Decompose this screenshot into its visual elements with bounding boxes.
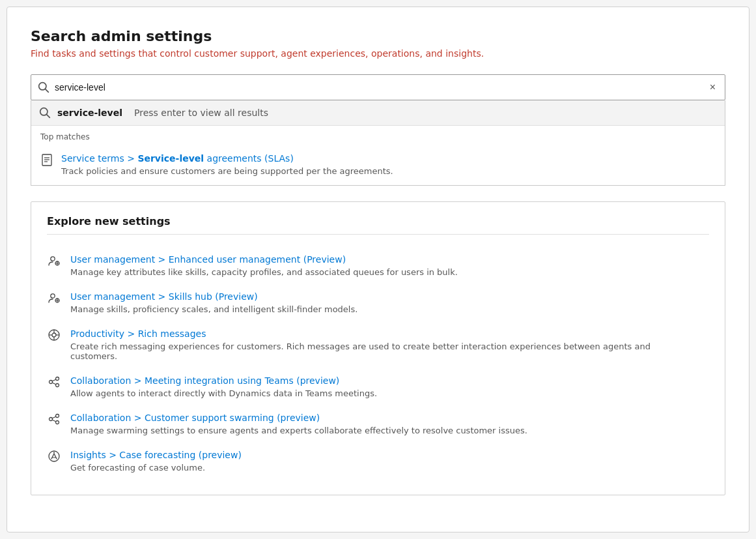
explore-item-desc-4: Manage swarming settings to ensure agent… bbox=[70, 426, 527, 435]
match-content: Service terms > Service-level agreements… bbox=[61, 152, 393, 176]
collaboration-icon-1 bbox=[47, 413, 61, 428]
svg-line-25 bbox=[52, 379, 55, 381]
suggestion-bold: service-level bbox=[57, 108, 122, 118]
explore-item-desc-2: Create rich messaging experiences for cu… bbox=[70, 342, 656, 361]
svg-point-29 bbox=[56, 421, 59, 424]
explore-item-3: Collaboration > Meeting integration usin… bbox=[47, 368, 709, 405]
collaboration-icon-0 bbox=[47, 375, 61, 391]
search-input[interactable] bbox=[55, 82, 707, 93]
match-description: Track policies and ensure customers are … bbox=[61, 166, 393, 176]
search-suggestion-row[interactable]: service-level Press enter to view all re… bbox=[31, 100, 725, 126]
explore-item-desc-1: Manage skills, proficiency scales, and i… bbox=[70, 304, 357, 314]
explore-item-content-4: Collaboration > Customer support swarmin… bbox=[70, 411, 527, 435]
insights-icon bbox=[47, 450, 61, 465]
svg-line-26 bbox=[52, 383, 55, 385]
search-wrapper: × service-level Press enter to view all … bbox=[31, 74, 725, 186]
explore-section: Explore new settings User management > E… bbox=[31, 201, 725, 495]
svg-line-31 bbox=[52, 420, 55, 422]
explore-item-desc-3: Allow agents to interact directly with D… bbox=[70, 388, 377, 398]
page-title: Search admin settings bbox=[31, 28, 725, 44]
top-matches-label: Top matches bbox=[31, 126, 725, 145]
explore-item-link-5[interactable]: Insights > Case forecasting (preview) bbox=[70, 450, 242, 460]
explore-item-4: Collaboration > Customer support swarmin… bbox=[47, 405, 709, 442]
explore-item-0: User management > Enhanced user manageme… bbox=[47, 246, 709, 284]
svg-point-24 bbox=[56, 384, 59, 387]
explore-item-link-2[interactable]: Productivity > Rich messages bbox=[70, 328, 206, 339]
explore-item-content-1: User management > Skills hub (Preview) M… bbox=[70, 290, 357, 314]
explore-item-link-3[interactable]: Collaboration > Meeting integration usin… bbox=[70, 375, 339, 386]
explore-item-link-0[interactable]: User management > Enhanced user manageme… bbox=[70, 254, 346, 265]
match-breadcrumb: Service terms > bbox=[61, 153, 137, 164]
clear-button[interactable]: × bbox=[707, 80, 718, 95]
explore-item-desc-5: Get forecasting of case volume. bbox=[70, 463, 242, 473]
search-icon bbox=[38, 81, 49, 94]
match-suffix: agreements (SLAs) bbox=[204, 153, 294, 164]
page-container: Search admin settings Find tasks and set… bbox=[7, 7, 749, 532]
svg-point-12 bbox=[51, 294, 55, 298]
suggestion-search-icon bbox=[39, 107, 51, 119]
explore-item-link-1[interactable]: User management > Skills hub (Preview) bbox=[70, 291, 258, 302]
search-input-row: × bbox=[31, 74, 725, 100]
user-management-icon-0 bbox=[47, 254, 61, 270]
explore-item-content-0: User management > Enhanced user manageme… bbox=[70, 253, 458, 277]
subtitle-text: Find tasks and settings that control cus… bbox=[31, 48, 484, 59]
match-link[interactable]: Service terms > Service-level agreements… bbox=[61, 153, 294, 164]
svg-point-28 bbox=[56, 415, 59, 418]
explore-item-1: User management > Skills hub (Preview) M… bbox=[47, 284, 709, 321]
user-management-icon-1 bbox=[47, 291, 61, 307]
search-dropdown: service-level Press enter to view all re… bbox=[31, 100, 725, 186]
explore-item-5: Insights > Case forecasting (preview) Ge… bbox=[47, 442, 709, 479]
svg-line-3 bbox=[47, 115, 50, 118]
explore-item-content-2: Productivity > Rich messages Create rich… bbox=[70, 327, 656, 361]
explore-item-link-4[interactable]: Collaboration > Customer support swarmin… bbox=[70, 413, 320, 423]
suggestion-hint: Press enter to view all results bbox=[134, 108, 268, 118]
match-highlight: Service-level bbox=[137, 153, 204, 164]
explore-item-content-3: Collaboration > Meeting integration usin… bbox=[70, 374, 377, 398]
match-document-icon bbox=[40, 153, 53, 169]
explore-item-desc-0: Manage key attributes like skills, capac… bbox=[70, 267, 458, 277]
clear-icon: × bbox=[710, 81, 716, 93]
svg-point-23 bbox=[56, 377, 59, 381]
explore-item-content-5: Insights > Case forecasting (preview) Ge… bbox=[70, 448, 242, 473]
svg-line-30 bbox=[52, 416, 55, 418]
svg-point-27 bbox=[49, 418, 53, 421]
match-item[interactable]: Service terms > Service-level agreements… bbox=[31, 145, 725, 185]
explore-item-2: Productivity > Rich messages Create rich… bbox=[47, 321, 709, 368]
svg-line-1 bbox=[46, 89, 49, 93]
svg-point-33 bbox=[53, 452, 55, 454]
explore-title: Explore new settings bbox=[47, 215, 709, 235]
svg-point-8 bbox=[51, 257, 55, 261]
svg-point-17 bbox=[52, 333, 56, 337]
page-subtitle: Find tasks and settings that control cus… bbox=[31, 48, 725, 59]
productivity-icon bbox=[47, 328, 61, 344]
svg-point-22 bbox=[49, 381, 53, 384]
